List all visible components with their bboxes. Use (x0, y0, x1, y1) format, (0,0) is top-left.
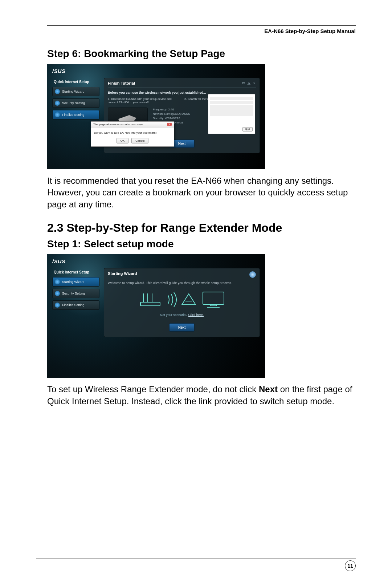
close-icon[interactable]: X (167, 123, 172, 126)
sidebar-item-starting[interactable]: Starting Wizard (52, 277, 99, 287)
panel-title: Starting Wizard (108, 271, 256, 278)
sidebar-item-finalize[interactable]: Finalize Setting (52, 300, 99, 310)
svg-rect-0 (140, 302, 160, 306)
sidebar-item-finalize[interactable]: Finalize Setting (52, 110, 99, 119)
sidebar-item-label: Finalize Setting (62, 303, 85, 307)
sidebar-head: Quick Internet Setup (52, 78, 99, 87)
asus-logo: /SUS (52, 259, 260, 264)
section-title: 2.3 Step-by-Step for Range Extender Mode (47, 221, 356, 235)
footer-rule (36, 559, 356, 559)
screenshot-bookmark-dialog: /SUS Quick Internet Setup Starting Wizar… (47, 64, 265, 169)
extender-icon (180, 292, 197, 307)
body-text: To set up Wireless Range Extender mode, … (47, 384, 259, 394)
page-header: EA-N66 Step-by-Step Setup Manual (47, 28, 356, 34)
dot-icon (55, 279, 60, 284)
step6-title: Step 6: Bookmarking the Setup Page (47, 48, 356, 60)
sidebar-item-security[interactable]: Security Setting (52, 289, 99, 298)
panel-subtitle: Welcome to setup wizard. This wizard wil… (108, 281, 256, 285)
titlebar-icons: ▭ △ ⌂ (242, 81, 256, 85)
cancel-button[interactable]: Cancel (131, 138, 148, 143)
sidebar-item-starting[interactable]: Starting Wizard (52, 87, 99, 96)
dialog-title: The page at www.asusrouter.com says: (93, 123, 144, 126)
topology-diagram (108, 291, 256, 309)
page-number: 11 (345, 560, 356, 571)
sidebar-head: Quick Internet Setup (52, 268, 99, 277)
wifi-popup: 連線 (208, 94, 255, 134)
scenario-text: Not your scenario? (160, 313, 188, 317)
sidebar-item-security[interactable]: Security Setting (52, 98, 99, 108)
screenshot-starting-wizard: /SUS Quick Internet Setup Starting Wizar… (47, 254, 265, 378)
click-here-link[interactable]: Click here. (188, 313, 204, 317)
dot-icon (55, 89, 60, 94)
sidebar-item-label: Security Setting (62, 101, 85, 105)
sidebar-item-label: Starting Wizard (62, 90, 85, 93)
step1-title: Step 1: Select setup mode (47, 238, 356, 250)
scenario-link-row: Not your scenario? Click here. (108, 313, 256, 317)
svg-rect-7 (210, 304, 217, 306)
ok-button[interactable]: OK (117, 138, 129, 143)
svg-rect-6 (203, 292, 224, 304)
dot-icon (55, 291, 60, 296)
instruction-1: 1. Disconnect EA-N66 with your setup dev… (108, 97, 179, 104)
sidebar-item-label: Security Setting (62, 292, 85, 295)
next-button[interactable]: Next (169, 323, 195, 332)
step1-body: To set up Wireless Range Extender mode, … (47, 384, 356, 407)
monitor-icon (201, 291, 226, 309)
main-panel: Starting Wizard Welcome to setup wizard.… (104, 268, 260, 337)
step6-body: It is recommended that you reset the EA-… (47, 175, 356, 210)
sidebar-item-label: Starting Wizard (62, 280, 85, 284)
dot-icon (55, 112, 60, 117)
dialog-body: Do you want to add EA-N66 into your book… (91, 127, 174, 138)
header-rule (47, 25, 356, 26)
sidebar: Quick Internet Setup Starting Wizard Sec… (52, 268, 99, 337)
svg-marker-4 (182, 294, 196, 305)
dot-icon (55, 303, 60, 308)
bookmark-dialog: The page at www.asusrouter.com says: X D… (91, 121, 174, 147)
body-bold: Next (259, 384, 278, 394)
panel-title: Finish Tutorial (108, 81, 256, 88)
sidebar-item-label: Finalize Setting (62, 113, 85, 117)
wifi-waves-icon (167, 292, 177, 307)
asus-logo: /SUS (52, 68, 260, 74)
router-icon (138, 291, 163, 308)
dot-icon (55, 101, 60, 106)
wifi-connect-button[interactable]: 連線 (242, 127, 253, 131)
